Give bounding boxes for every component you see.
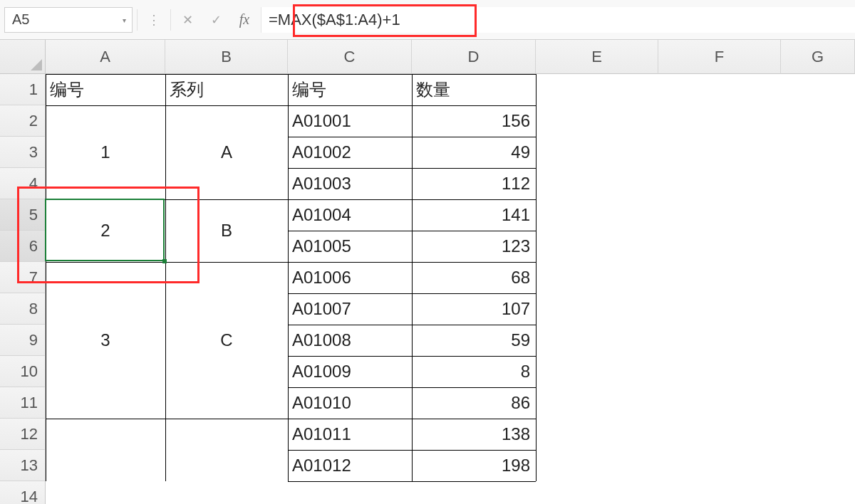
column-header-D[interactable]: D [412,40,536,74]
gridline [288,450,536,451]
cell-C8[interactable]: A01007 [288,293,412,325]
confirm-icon[interactable]: ✓ [204,8,228,32]
gridline [46,199,288,200]
cell-D6[interactable]: 123 [412,231,536,262]
row-header-9[interactable]: 9 [0,325,46,356]
gridline [46,74,46,481]
separator [137,9,138,31]
cell-D2[interactable]: 156 [412,105,536,137]
formula-input[interactable]: =MAX($A$1:A4)+1 [261,7,855,33]
row-header-2[interactable]: 2 [0,105,46,137]
row-header-7[interactable]: 7 [0,262,46,293]
cell-B7[interactable]: C [165,262,288,419]
cell-D10[interactable]: 8 [412,356,536,387]
cell-D7[interactable]: 68 [412,262,536,293]
cell-D5[interactable]: 141 [412,199,536,231]
row-header-13[interactable]: 13 [0,450,46,481]
row-header-14[interactable]: 14 [0,481,46,504]
gridline [288,74,289,481]
cell-A2[interactable]: 1 [46,105,165,199]
cell-C1[interactable]: 编号 [288,74,412,105]
gridline [288,262,536,263]
column-header-F[interactable]: F [658,40,781,74]
cell-D12[interactable]: 138 [412,419,536,450]
cancel-icon[interactable]: ✕ [175,8,200,32]
row-header-5[interactable]: 5 [0,199,46,231]
cell-C11[interactable]: A01010 [288,387,412,419]
gridline [46,262,288,263]
cell-C13[interactable]: A01012 [288,450,412,481]
cell-D13[interactable]: 198 [412,450,536,481]
gridline [165,74,166,481]
dropdown-icon[interactable]: ▾ [123,16,126,23]
gridline [288,137,536,137]
column-headers: ABCDEFG [46,40,855,74]
row-headers: 1234567891011121314 [0,74,46,504]
cell-B1[interactable]: 系列 [165,74,288,105]
gridline [288,293,536,294]
row-header-6[interactable]: 6 [0,231,46,262]
gridline [288,168,536,169]
gridline [288,199,536,200]
cell-D4[interactable]: 112 [412,168,536,199]
gridline [288,419,536,419]
row-header-10[interactable]: 10 [0,356,46,387]
cell-C5[interactable]: A01004 [288,199,412,231]
cell-C4[interactable]: A01003 [288,168,412,199]
row-header-3[interactable]: 3 [0,137,46,168]
cell-B5[interactable]: B [165,199,288,262]
cell-D9[interactable]: 59 [412,325,536,356]
cell-A1[interactable]: 编号 [46,74,165,105]
column-header-A[interactable]: A [46,40,165,74]
cell-C3[interactable]: A01002 [288,137,412,168]
name-box-value: A5 [12,11,29,28]
cell-D8[interactable]: 107 [412,293,536,325]
select-all-corner[interactable] [0,40,46,74]
gridline [46,105,536,106]
separator [170,9,171,31]
name-box[interactable]: A5 ▾ [4,7,133,33]
gridline [288,231,536,231]
row-header-11[interactable]: 11 [0,387,46,419]
cell-D1[interactable]: 数量 [412,74,536,105]
cell-D3[interactable]: 49 [412,137,536,168]
row-header-12[interactable]: 12 [0,419,46,450]
formula-text: =MAX($A$1:A4)+1 [269,11,400,29]
cell-B2[interactable]: A [165,105,288,199]
formula-bar: A5 ▾ ⋮ ✕ ✓ fx =MAX($A$1:A4)+1 [0,0,855,40]
row-header-1[interactable]: 1 [0,74,46,105]
column-header-B[interactable]: B [165,40,288,74]
row-header-8[interactable]: 8 [0,293,46,325]
gridline [288,356,536,357]
cell-C2[interactable]: A01001 [288,105,412,137]
cell-C7[interactable]: A01006 [288,262,412,293]
gridline [288,325,536,325]
gridline [536,74,537,481]
cell-C12[interactable]: A01011 [288,419,412,450]
column-header-E[interactable]: E [536,40,658,74]
column-header-C[interactable]: C [288,40,412,74]
cell-C6[interactable]: A01005 [288,231,412,262]
gridline [288,481,536,482]
fill-handle[interactable] [162,259,167,263]
gridline [412,74,413,481]
gridline [288,387,536,388]
cell-A7[interactable]: 3 [46,262,165,419]
gridline [46,419,288,419]
more-icon[interactable]: ⋮ [142,8,166,32]
cell-C10[interactable]: A01009 [288,356,412,387]
cell-C9[interactable]: A01008 [288,325,412,356]
fx-icon[interactable]: fx [232,8,256,32]
row-header-4[interactable]: 4 [0,168,46,199]
cell-A5[interactable]: 2 [46,199,165,262]
gridline [46,74,536,75]
cell-D11[interactable]: 86 [412,387,536,419]
column-header-G[interactable]: G [781,40,855,74]
